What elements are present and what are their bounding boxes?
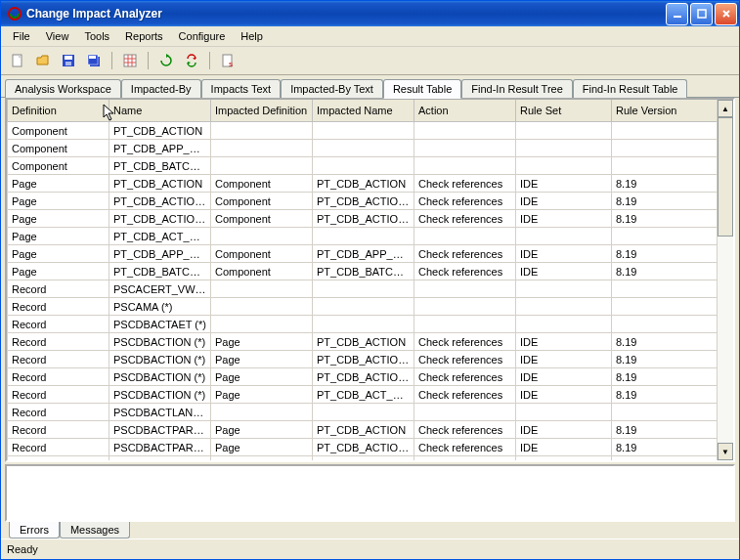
cell-rver[interactable]: 8.19	[612, 421, 718, 439]
table-row[interactable]: RecordPSCAMA (*)	[8, 298, 718, 316]
table-row[interactable]: PagePT_CDB_ACT_HD...	[8, 228, 718, 245]
cell-rset[interactable]: IDE	[516, 421, 612, 439]
cell-def[interactable]: Record	[8, 386, 109, 404]
cell-name[interactable]: PSCDBACTPARM (*)	[109, 439, 211, 456]
cell-name[interactable]: PSCDBACTION (*)	[109, 386, 211, 404]
cell-rver[interactable]	[612, 316, 718, 333]
cell-iname[interactable]: PT_CDB_ACT_HD...	[313, 386, 414, 404]
menu-reports[interactable]: Reports	[117, 28, 171, 44]
grid-icon[interactable]	[119, 50, 141, 71]
col-impacted-name[interactable]: Impacted Name	[313, 100, 414, 122]
cell-name[interactable]: PSCDBACTAET (*)	[109, 316, 211, 333]
table-row[interactable]: RecordPSCACERT_VW (*)	[8, 280, 718, 298]
cell-def[interactable]: Page	[8, 193, 109, 210]
cell-name[interactable]: PT_CDB_ACTION_...	[109, 193, 211, 210]
cell-action[interactable]	[414, 140, 516, 157]
col-rule-set[interactable]: Rule Set	[516, 100, 612, 122]
table-row[interactable]: PagePT_CDB_ACTION_...ComponentPT_CDB_ACT…	[8, 210, 718, 228]
cell-action[interactable]	[414, 228, 516, 245]
cell-idef[interactable]: Component	[211, 210, 313, 228]
table-row[interactable]: RecordPSCDBACTAET (*)	[8, 316, 718, 333]
scroll-up-icon[interactable]: ▲	[718, 100, 733, 117]
cell-rset[interactable]: IDE	[516, 386, 612, 404]
cell-action[interactable]: Check references	[414, 263, 516, 280]
cell-idef[interactable]: Page	[211, 456, 313, 461]
cell-def[interactable]: Record	[8, 298, 109, 316]
cell-idef[interactable]	[211, 228, 313, 245]
scroll-down-icon[interactable]: ▼	[718, 443, 733, 460]
cell-action[interactable]: Check references	[414, 386, 516, 404]
col-rule-version[interactable]: Rule Version	[612, 100, 718, 122]
cell-rver[interactable]: 8.19	[612, 175, 718, 193]
table-row[interactable]: ComponentPT_CDB_APP_CODE	[8, 140, 718, 157]
cell-idef[interactable]: Page	[211, 439, 313, 456]
cell-idef[interactable]: Page	[211, 421, 313, 439]
tab-findin-result-table[interactable]: Find-In Result Table	[573, 79, 688, 98]
table-row[interactable]: PagePT_CDB_APP_CODEComponentPT_CDB_APP_C…	[8, 245, 718, 263]
cell-rset[interactable]: IDE	[516, 333, 612, 351]
cell-action[interactable]	[414, 280, 516, 298]
cell-def[interactable]: Record	[8, 368, 109, 386]
cell-idef[interactable]: Component	[211, 175, 313, 193]
cell-rver[interactable]	[612, 298, 718, 316]
cell-idef[interactable]: Page	[211, 386, 313, 404]
cell-action[interactable]	[414, 122, 516, 140]
cell-action[interactable]	[414, 404, 516, 421]
table-row[interactable]: RecordPSCDBACTION (*)PagePT_CDB_ACTIONCh…	[8, 333, 718, 351]
cell-rver[interactable]	[612, 122, 718, 140]
cell-def[interactable]: Page	[8, 175, 109, 193]
cell-rset[interactable]	[516, 157, 612, 175]
cell-iname[interactable]: PT_CDB_ACTION	[313, 333, 414, 351]
cell-rver[interactable]	[612, 157, 718, 175]
tab-result-table[interactable]: Result Table	[383, 79, 461, 99]
cell-rset[interactable]: IDE	[516, 351, 612, 368]
cell-rver[interactable]: 8.19	[612, 210, 718, 228]
cell-rset[interactable]: IDE	[516, 245, 612, 263]
cell-def[interactable]: Record	[8, 316, 109, 333]
table-row[interactable]: ComponentPT_CDB_BATCH_L...	[8, 157, 718, 175]
cell-def[interactable]: Record	[8, 421, 109, 439]
cell-action[interactable]: Check references	[414, 439, 516, 456]
tab-errors[interactable]: Errors	[9, 522, 60, 538]
cell-idef[interactable]: Component	[211, 193, 313, 210]
cell-def[interactable]: Page	[8, 263, 109, 280]
table-row[interactable]: RecordPSCDBACTPARM (*)PagePT_CDB_ACTION_…	[8, 439, 718, 456]
cell-iname[interactable]: PT_CDB_ACTION	[313, 421, 414, 439]
vertical-scrollbar[interactable]: ▲ ▼	[717, 100, 733, 460]
col-name[interactable]: Name	[109, 100, 211, 122]
cell-action[interactable]: Check references	[414, 351, 516, 368]
cell-name[interactable]: PSCDBACTION (*)	[109, 368, 211, 386]
maximize-button[interactable]	[690, 3, 713, 25]
cell-rver[interactable]: 8.19	[612, 263, 718, 280]
cell-iname[interactable]	[313, 140, 414, 157]
tab-impacts-text[interactable]: Impacts Text	[201, 79, 282, 98]
cell-name[interactable]: PT_CDB_ACTION_...	[109, 210, 211, 228]
cell-def[interactable]: Record	[8, 351, 109, 368]
cell-idef[interactable]	[211, 122, 313, 140]
cell-name[interactable]: PSCDBACTION (*)	[109, 351, 211, 368]
cell-rset[interactable]	[516, 316, 612, 333]
cell-rver[interactable]: 8.19	[612, 351, 718, 368]
minimize-button[interactable]	[666, 3, 688, 25]
cell-rver[interactable]: 8.19	[612, 333, 718, 351]
table-row[interactable]: RecordPSCDBACTPARM (*)PagePT_CDB_ACTIONC…	[8, 421, 718, 439]
cell-rver[interactable]: 8.19	[612, 386, 718, 404]
cell-iname[interactable]: PT_CDB_BATCH_L...	[313, 263, 414, 280]
cell-def[interactable]: Page	[8, 245, 109, 263]
cell-idef[interactable]	[211, 404, 313, 421]
cell-idef[interactable]: Component	[211, 245, 313, 263]
cell-def[interactable]: Record	[8, 439, 109, 456]
cell-rver[interactable]	[612, 228, 718, 245]
cell-rset[interactable]: IDE	[516, 456, 612, 461]
cell-name[interactable]: PT_CDB_ACT_HD...	[109, 228, 211, 245]
cell-action[interactable]: Check references	[414, 421, 516, 439]
cell-rset[interactable]	[516, 298, 612, 316]
tab-analysis-workspace[interactable]: Analysis Workspace	[5, 79, 121, 98]
cell-rset[interactable]: IDE	[516, 193, 612, 210]
cell-action[interactable]	[414, 157, 516, 175]
menu-view[interactable]: View	[38, 28, 77, 44]
cell-rset[interactable]: IDE	[516, 263, 612, 280]
table-row[interactable]: RecordPSCDBACTSEC (*)PagePT_CDB_ACTION_.…	[8, 456, 718, 461]
cell-def[interactable]: Record	[8, 280, 109, 298]
cell-idef[interactable]	[211, 298, 313, 316]
